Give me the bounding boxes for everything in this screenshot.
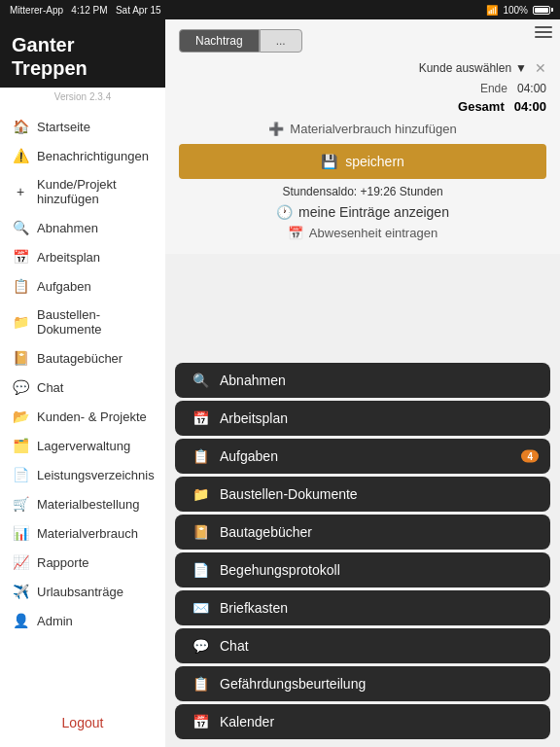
- menu-label-bautagebuecher: Bautagebücher: [220, 524, 312, 540]
- sidebar-item-admin[interactable]: 👤 Admin: [0, 606, 165, 635]
- material-add-label: Materialverbrauch hinzufügen: [290, 122, 456, 136]
- sidebar-item-kunde-projekt[interactable]: + Kunde/Projekt hinzufügen: [0, 170, 165, 213]
- app-name: Mitterer-App: [10, 5, 63, 16]
- nav-label-rapporte: Rapporte: [37, 555, 88, 570]
- tab-nachtrag[interactable]: Nachtrag: [179, 29, 260, 53]
- menu-item-begehungsprotokoll[interactable]: 📄 Begehungsprotokoll: [175, 552, 550, 587]
- nav-label-leistungsverzeichnis: Leistungsverzeichnis: [37, 468, 155, 482]
- menu-icon-chat: 💬: [191, 638, 210, 654]
- abwesenheit-label: Abwesenheit eintragen: [309, 226, 438, 240]
- save-button[interactable]: 💾 speichern: [179, 144, 546, 179]
- sidebar-item-rapporte[interactable]: 📈 Rapporte: [0, 548, 165, 577]
- hamburger-line-3: [535, 36, 552, 38]
- nav-icon-kunde-projekt: +: [12, 184, 29, 199]
- nav-icon-materialbestellung: 🛒: [12, 496, 29, 512]
- menu-item-baustellen-dokumente[interactable]: 📁 Baustellen-Dokumente: [175, 477, 550, 512]
- hamburger-line-1: [535, 26, 552, 28]
- status-date: Sat Apr 15: [116, 5, 161, 16]
- menu-list: 🔍 Abnahmen 📅 Arbeitsplan 📋 Aufgaben 4 📁 …: [165, 355, 560, 747]
- tab-other[interactable]: ...: [260, 29, 302, 53]
- customer-row: Kunde auswählen ▼ ✕: [179, 60, 546, 76]
- nav-label-startseite: Startseite: [37, 120, 90, 134]
- nav-icon-bautagebuecher: 📔: [12, 350, 29, 366]
- status-bar-right: 📶 100%: [486, 5, 550, 16]
- menu-item-bautagebuecher[interactable]: 📔 Bautagebücher: [175, 515, 550, 550]
- nav-icon-rapporte: 📈: [12, 554, 29, 570]
- abwesenheit-button[interactable]: 📅 Abwesenheit eintragen: [179, 226, 546, 240]
- menu-item-gefaehrdungsbeurteilung[interactable]: 📋 Gefährdungsbeurteilung: [175, 666, 550, 701]
- nav-label-arbeitsplan: Arbeitsplan: [37, 250, 100, 265]
- menu-label-chat: Chat: [220, 638, 249, 654]
- menu-item-aufgaben[interactable]: 📋 Aufgaben 4: [175, 439, 550, 474]
- status-time: 4:12 PM: [71, 5, 107, 16]
- nav-label-urlaubsantraege: Urlaubsanträge: [37, 585, 123, 599]
- nav-label-bautagebuecher: Bautagebücher: [37, 351, 122, 366]
- sidebar-item-materialverbrauch[interactable]: 📊 Materialverbrauch: [0, 518, 165, 548]
- menu-label-begehungsprotokoll: Begehungsprotokoll: [220, 562, 340, 578]
- menu-icon-aufgaben: 📋: [191, 448, 210, 464]
- sidebar-logout: Logout: [0, 698, 165, 747]
- list-icon: 🕐: [276, 204, 293, 220]
- status-bar: Mitterer-App 4:12 PM Sat Apr 15 📶 100%: [0, 0, 560, 19]
- menu-item-arbeitsplan[interactable]: 📅 Arbeitsplan: [175, 401, 550, 436]
- nav-icon-admin: 👤: [12, 613, 29, 628]
- hamburger-line-2: [535, 31, 552, 33]
- menu-icon-bautagebuecher: 📔: [191, 524, 210, 540]
- nav-label-chat: Chat: [37, 380, 63, 395]
- menu-item-chat[interactable]: 💬 Chat: [175, 628, 550, 663]
- meine-eintrage-button[interactable]: 🕐 meine Einträge anzeigen: [179, 204, 546, 220]
- sidebar-item-abnahmen[interactable]: 🔍 Abnahmen: [0, 213, 165, 242]
- end-time-row: Ende 04:00: [179, 82, 546, 95]
- material-add-button[interactable]: ➕ Materialverbrauch hinzufügen: [179, 122, 546, 136]
- sidebar-item-chat[interactable]: 💬 Chat: [0, 373, 165, 402]
- close-icon[interactable]: ✕: [535, 60, 546, 76]
- sidebar-item-benachrichtigungen[interactable]: ⚠️ Benachrichtigungen: [0, 141, 165, 170]
- nav-icon-aufgaben: 📋: [12, 278, 29, 294]
- main-content: Nachtrag ... Kunde auswählen ▼ ✕ Ende 04…: [165, 19, 560, 747]
- sidebar-item-kunden-projekte[interactable]: 📂 Kunden- & Projekte: [0, 402, 165, 431]
- sidebar-item-arbeitsplan[interactable]: 📅 Arbeitsplan: [0, 242, 165, 271]
- bottom-panel: 🔍 Abnahmen 📅 Arbeitsplan 📋 Aufgaben 4 📁 …: [165, 355, 560, 747]
- total-value: 04:00: [514, 99, 546, 114]
- sidebar-item-leistungsverzeichnis[interactable]: 📄 Leistungsverzeichnis: [0, 460, 165, 489]
- logout-button[interactable]: Logout: [62, 715, 104, 730]
- status-bar-left: Mitterer-App 4:12 PM Sat Apr 15: [10, 5, 161, 16]
- menu-icon-kalender: 📅: [191, 714, 210, 729]
- menu-label-kalender: Kalender: [220, 714, 274, 729]
- nav-label-aufgaben: Aufgaben: [37, 279, 91, 294]
- customer-select-label: Kunde auswählen: [419, 61, 511, 75]
- nav-icon-lagerverwaltung: 🗂️: [12, 438, 29, 453]
- sidebar-item-materialbestellung[interactable]: 🛒 Materialbestellung: [0, 489, 165, 518]
- sidebar-header: Ganter Treppen: [0, 19, 165, 88]
- nav-label-kunden-projekte: Kunden- & Projekte: [37, 409, 147, 424]
- sidebar-item-lagerverwaltung[interactable]: 🗂️ Lagerverwaltung: [0, 431, 165, 460]
- calendar-icon: 📅: [288, 226, 303, 240]
- sidebar: Ganter Treppen Version 2.3.4 🏠 Startseit…: [0, 19, 165, 747]
- nav-label-lagerverwaltung: Lagerverwaltung: [37, 439, 130, 453]
- hamburger-menu[interactable]: [535, 23, 552, 41]
- customer-select[interactable]: Kunde auswählen ▼: [419, 61, 527, 75]
- menu-item-kalender[interactable]: 📅 Kalender: [175, 704, 550, 739]
- save-label: speichern: [345, 154, 404, 169]
- nav-label-abnahmen: Abnahmen: [37, 221, 98, 235]
- sidebar-item-urlaubsantraege[interactable]: ✈️ Urlaubsanträge: [0, 577, 165, 606]
- app-container: Ganter Treppen Version 2.3.4 🏠 Startseit…: [0, 19, 560, 747]
- total-row: Gesamt 04:00: [179, 99, 546, 114]
- menu-item-abnahmen[interactable]: 🔍 Abnahmen: [175, 363, 550, 398]
- form-area: Nachtrag ... Kunde auswählen ▼ ✕ Ende 04…: [165, 19, 560, 254]
- tab-row: Nachtrag ...: [179, 29, 546, 53]
- save-disk-icon: 💾: [321, 154, 337, 169]
- battery-icon: [533, 6, 550, 15]
- sidebar-item-startseite[interactable]: 🏠 Startseite: [0, 112, 165, 141]
- sidebar-item-bautagebuecher[interactable]: 📔 Bautagebücher: [0, 343, 165, 373]
- nav-icon-benachrichtigungen: ⚠️: [12, 148, 29, 163]
- nav-label-kunde-projekt: Kunde/Projekt hinzufügen: [37, 177, 154, 206]
- sidebar-version: Version 2.3.4: [0, 88, 165, 108]
- menu-item-briefkasten[interactable]: ✉️ Briefkasten: [175, 590, 550, 625]
- menu-icon-baustellen-dokumente: 📁: [191, 486, 210, 502]
- menu-label-briefkasten: Briefkasten: [220, 600, 288, 616]
- sidebar-item-aufgaben[interactable]: 📋 Aufgaben: [0, 271, 165, 301]
- menu-label-arbeitsplan: Arbeitsplan: [220, 410, 288, 426]
- sidebar-item-baustellen-dokumente[interactable]: 📁 Baustellen-Dokumente: [0, 301, 165, 343]
- menu-icon-arbeitsplan: 📅: [191, 410, 210, 426]
